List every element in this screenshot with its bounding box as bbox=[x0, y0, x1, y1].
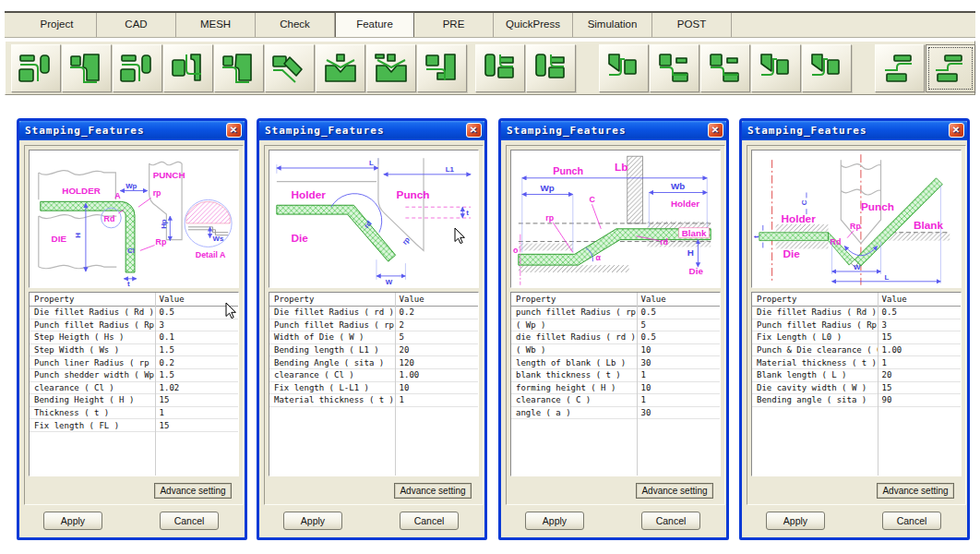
value-cell[interactable]: 1.00 bbox=[878, 345, 961, 355]
apply-button[interactable]: Apply bbox=[43, 512, 102, 530]
tab-check[interactable]: Check bbox=[256, 13, 335, 37]
value-cell[interactable]: 1.02 bbox=[155, 383, 238, 392]
table-row[interactable]: Step Width ( Ws )1.5 bbox=[30, 344, 238, 357]
v-die-bend-1-button[interactable] bbox=[316, 44, 365, 92]
tab-feature[interactable]: Feature bbox=[335, 12, 414, 37]
corner-bend-1-button[interactable] bbox=[62, 44, 112, 92]
table-row[interactable]: clearance ( Cl )1.00 bbox=[269, 369, 478, 382]
advance-setting-button[interactable]: Advance setting bbox=[394, 483, 472, 499]
table-row[interactable]: length of blank ( Lb )30 bbox=[511, 356, 720, 369]
tab-post[interactable]: POST bbox=[652, 13, 732, 37]
table-row[interactable]: Material thickness ( t )1 bbox=[752, 356, 961, 369]
table-row[interactable]: Material thickness ( t )1 bbox=[269, 394, 478, 407]
dialog-titlebar[interactable]: Stamping_Features bbox=[501, 121, 726, 140]
tab-project[interactable]: Project bbox=[18, 13, 97, 37]
table-row[interactable]: Punch liner Radius ( rp )0.2 bbox=[30, 356, 238, 369]
value-cell[interactable]: 5 bbox=[637, 320, 720, 330]
step-bend-4-button[interactable] bbox=[751, 44, 801, 92]
value-cell[interactable]: 1 bbox=[155, 408, 238, 417]
table-row[interactable]: Punch fillet Radius ( Rp )3 bbox=[30, 319, 238, 332]
table-row[interactable]: die fillet Radius ( rd )0.5 bbox=[511, 331, 720, 344]
table-header[interactable]: Property Value bbox=[752, 293, 961, 307]
step-flange-2-button[interactable] bbox=[113, 44, 162, 92]
value-cell[interactable]: 20 bbox=[395, 345, 478, 355]
close-icon[interactable] bbox=[466, 123, 482, 138]
table-row[interactable]: Bending Height ( H )15 bbox=[30, 394, 238, 407]
table-row[interactable]: Bending length ( L1 )20 bbox=[269, 344, 478, 357]
dialog-titlebar[interactable]: Stamping_Features bbox=[742, 121, 967, 140]
value-cell[interactable]: 0.2 bbox=[155, 358, 238, 367]
table-row[interactable]: Blank length ( L )20 bbox=[752, 369, 961, 382]
value-cell[interactable]: 10 bbox=[637, 345, 720, 355]
close-icon[interactable] bbox=[708, 123, 723, 138]
value-cell[interactable]: 10 bbox=[395, 383, 478, 392]
value-cell[interactable]: 1 bbox=[395, 395, 478, 404]
table-row[interactable]: Fix length ( L-L1 )10 bbox=[269, 382, 478, 395]
value-cell[interactable]: 0.1 bbox=[155, 332, 238, 342]
table-row[interactable]: ( Wp )5 bbox=[511, 319, 720, 332]
table-header[interactable]: Property Value bbox=[511, 293, 720, 307]
step-flange-1-button[interactable] bbox=[11, 44, 61, 92]
value-cell[interactable]: 1.5 bbox=[155, 370, 238, 379]
diagonal-bend-button[interactable] bbox=[265, 44, 315, 92]
cancel-button[interactable]: Cancel bbox=[160, 512, 219, 530]
table-row[interactable]: Punch & Die clearance ( Cl )1.00 bbox=[752, 344, 961, 357]
table-row[interactable]: Fix Length ( L0 )15 bbox=[752, 331, 961, 344]
table-header[interactable]: Property Value bbox=[30, 293, 238, 307]
table-row[interactable]: Die cavity width ( W )15 bbox=[752, 382, 961, 395]
table-row[interactable]: Thickness ( t )1 bbox=[30, 407, 238, 420]
tab-quickpress[interactable]: QuickPress bbox=[494, 13, 573, 37]
value-cell[interactable]: 1.00 bbox=[395, 370, 478, 379]
tab-simulation[interactable]: Simulation bbox=[573, 13, 652, 37]
advance-setting-button[interactable]: Advance setting bbox=[877, 483, 954, 499]
apply-button[interactable]: Apply bbox=[525, 512, 584, 530]
value-cell[interactable]: 0.5 bbox=[637, 332, 720, 342]
step-bend-3-button[interactable] bbox=[700, 44, 750, 92]
punch-step-2-button[interactable] bbox=[526, 44, 576, 92]
table-row[interactable]: Die fillet Radius ( Rd )0.5 bbox=[752, 307, 961, 319]
punch-step-1-button[interactable] bbox=[475, 44, 525, 92]
value-cell[interactable]: 2 bbox=[395, 320, 478, 330]
value-cell[interactable]: 1 bbox=[637, 370, 720, 379]
close-icon[interactable] bbox=[949, 123, 964, 138]
tab-pre[interactable]: PRE bbox=[414, 13, 494, 37]
z-bend-button[interactable] bbox=[417, 44, 467, 92]
table-row[interactable]: Punch fillet Radius ( Rp )3 bbox=[752, 319, 961, 332]
value-cell[interactable]: 10 bbox=[637, 383, 720, 392]
value-cell[interactable]: 120 bbox=[395, 358, 478, 367]
table-row[interactable]: Bending angle ( sita )90 bbox=[752, 394, 961, 407]
z-step-bend-1-button[interactable] bbox=[875, 44, 925, 92]
dialog-titlebar[interactable]: Stamping_Features bbox=[19, 121, 245, 140]
table-row[interactable]: Punch fillet Radius ( rp )2 bbox=[269, 319, 478, 332]
value-cell[interactable]: 0.5 bbox=[878, 307, 961, 317]
table-row[interactable]: punch fillet Radius ( rp )0.5 bbox=[511, 307, 720, 319]
value-cell[interactable]: 1 bbox=[878, 358, 961, 367]
value-cell[interactable]: 3 bbox=[155, 320, 238, 330]
cancel-button[interactable]: Cancel bbox=[641, 512, 700, 530]
table-row[interactable]: angle ( a )30 bbox=[511, 407, 720, 420]
step-bend-1-button[interactable] bbox=[599, 44, 649, 92]
corner-bend-2-button[interactable] bbox=[214, 44, 264, 92]
vertical-flange-button[interactable] bbox=[163, 44, 213, 92]
z-step-bend-2-button[interactable] bbox=[926, 44, 975, 92]
value-cell[interactable]: 5 bbox=[395, 332, 478, 342]
value-cell[interactable]: 1.5 bbox=[155, 345, 238, 355]
apply-button[interactable]: Apply bbox=[283, 512, 342, 530]
dialog-titlebar[interactable]: Stamping_Features bbox=[259, 121, 484, 140]
cancel-button[interactable]: Cancel bbox=[882, 512, 941, 530]
value-cell[interactable]: 3 bbox=[878, 320, 961, 330]
close-icon[interactable] bbox=[226, 123, 242, 138]
table-row[interactable]: Step Heigth ( Hs )0.1 bbox=[30, 331, 238, 344]
table-row[interactable]: Width of Die ( W )5 bbox=[269, 331, 478, 344]
table-row[interactable]: Punch shedder width ( Wp )1.5 bbox=[30, 369, 238, 382]
value-cell[interactable]: 15 bbox=[878, 383, 961, 392]
value-cell[interactable]: 1 bbox=[637, 395, 720, 404]
table-row[interactable]: Die fillet Radius ( Rd )0.5 bbox=[30, 307, 238, 319]
value-cell[interactable]: 0.2 bbox=[395, 307, 478, 317]
value-cell[interactable]: 15 bbox=[878, 332, 961, 342]
value-cell[interactable]: 20 bbox=[878, 370, 961, 379]
table-row[interactable]: clearance ( Cl )1.02 bbox=[30, 382, 238, 395]
value-cell[interactable]: 15 bbox=[155, 421, 238, 430]
table-row[interactable]: Bending Angle ( sita )120 bbox=[269, 356, 478, 369]
cancel-button[interactable]: Cancel bbox=[400, 512, 459, 530]
